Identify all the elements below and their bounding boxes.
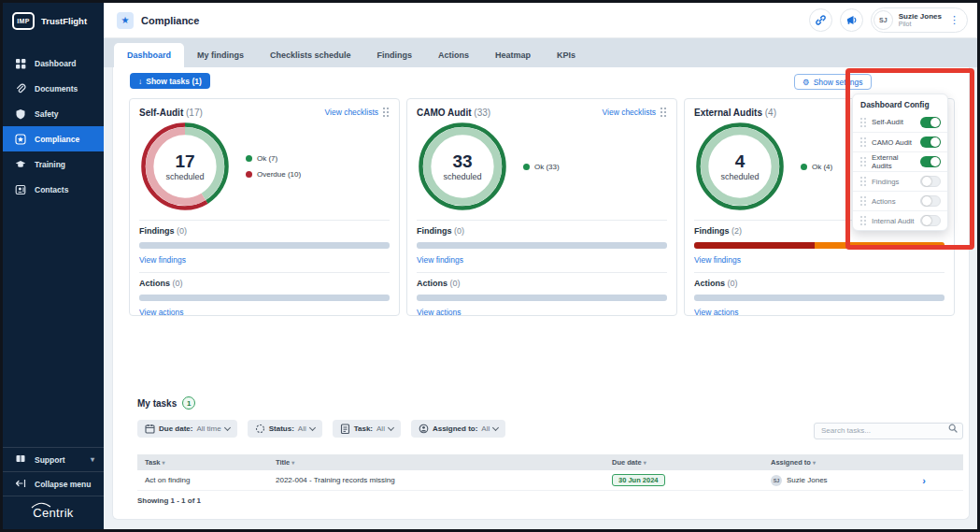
config-row-actions[interactable]: Actions [853, 191, 947, 210]
findings-link[interactable]: View findings [694, 255, 944, 265]
filter-label: Status: [269, 424, 294, 433]
sidebar-item-dashboard[interactable]: Dashboard [3, 50, 104, 76]
config-label: External Audits [872, 153, 916, 170]
drag-handle-icon [859, 137, 867, 148]
donut-value: 17 [175, 152, 194, 170]
legend-item: Ok (7) [246, 154, 301, 163]
scheduled-donut: 17 scheduled [139, 121, 231, 212]
findings-label: Findings (0) [139, 226, 390, 236]
chevron-right-icon[interactable]: › [922, 475, 926, 486]
support-label: Support [35, 455, 65, 465]
link-button[interactable] [809, 8, 832, 32]
sidebar-item-support[interactable]: Support ▾ [3, 447, 104, 471]
donut-label: scheduled [720, 172, 759, 181]
toggle-camo-audit[interactable] [920, 137, 941, 148]
search-input[interactable] [814, 423, 963, 439]
collapse-icon [15, 478, 26, 489]
dashboard-config-title: Dashboard Config [853, 94, 947, 112]
config-row-camo-audit[interactable]: CAMO Audit [853, 132, 947, 151]
show-settings-button[interactable]: ⚙ Show settings [794, 74, 872, 90]
tab-findings[interactable]: Findings [364, 43, 426, 67]
chevron-down-icon [224, 424, 231, 430]
legend-dot [801, 164, 807, 170]
tab-actions[interactable]: Actions [425, 43, 482, 67]
sidebar-item-documents[interactable]: Documents [3, 76, 104, 101]
findings-link[interactable]: View findings [417, 255, 667, 265]
sidebar-nav: Dashboard Documents Safety Compliance Tr… [3, 50, 104, 202]
findings-link[interactable]: View findings [139, 255, 390, 265]
findings-label: Findings (0) [417, 226, 667, 236]
search-box [814, 420, 963, 437]
collapse-menu-button[interactable]: Collapse menu [3, 471, 104, 496]
sidebar-item-compliance[interactable]: Compliance [3, 126, 104, 151]
config-row-self-audit[interactable]: Self-Audit [853, 112, 947, 132]
avatar: SJ [873, 10, 893, 30]
user-name: Suzie Jones [899, 12, 942, 21]
sidebar-item-label: Training [35, 160, 65, 169]
table-row[interactable]: Act on finding 2022-004 - Training recor… [137, 470, 963, 491]
sort-arrow-icon: ▾ [644, 460, 646, 466]
actions-link[interactable]: View actions [139, 308, 390, 317]
tab-kpis[interactable]: KPIs [544, 43, 589, 67]
view-checklists-link[interactable]: View checklists [603, 107, 667, 118]
user-role: Pilot [899, 21, 942, 28]
donut-label: scheduled [165, 172, 204, 181]
toggle-findings[interactable] [920, 176, 941, 187]
legend-dot [246, 171, 252, 178]
card-title: CAMO Audit (33) [417, 108, 490, 118]
my-tasks-title: My tasks 1 [137, 396, 963, 410]
announcements-button[interactable] [840, 8, 863, 32]
config-label: Actions [872, 197, 916, 206]
column-header-due-date[interactable]: Due date▾ [612, 458, 771, 467]
header-actions: SJ Suzie Jones Pilot ⋮ [809, 7, 968, 33]
column-header-assigned-to[interactable]: Assigned to▾ [771, 458, 956, 467]
toggle-actions[interactable] [920, 195, 941, 207]
column-header-title[interactable]: Title▾ [276, 458, 612, 467]
toggle-external-audits[interactable] [920, 156, 941, 167]
kebab-icon[interactable]: ⋮ [949, 14, 959, 26]
audit-card-camo-audit: CAMO Audit (33) View checklists 33 sched… [406, 98, 677, 316]
filter-task-[interactable]: Task: All [333, 420, 401, 438]
config-row-internal-audit[interactable]: Internal Audit [853, 210, 947, 230]
app-background: IMP TrustFlight Dashboard Documents Safe… [3, 3, 977, 529]
actions-section: Actions (0) View actions [694, 273, 944, 317]
star-icon [15, 134, 26, 145]
gear-icon: ⚙ [802, 78, 810, 87]
tab-heatmap[interactable]: Heatmap [482, 43, 544, 67]
actions-link[interactable]: View actions [694, 308, 944, 317]
drag-handle-icon [859, 156, 867, 167]
actions-link[interactable]: View actions [417, 308, 667, 317]
filter-assigned-to-[interactable]: Assigned to: All [411, 420, 505, 438]
tab-dashboard[interactable]: Dashboard [114, 43, 184, 67]
cell-task: Act on finding [145, 476, 276, 484]
findings-progress-bar [694, 242, 944, 249]
filter-due-date-[interactable]: Due date: All time [137, 420, 237, 438]
toggle-internal-audit[interactable] [920, 215, 941, 226]
collapse-label: Collapse menu [35, 480, 91, 489]
tab-my-findings[interactable]: My findings [184, 43, 257, 67]
sidebar-item-training[interactable]: Training [3, 151, 104, 177]
due-date-badge: 30 Jun 2024 [612, 474, 665, 486]
filter-status-[interactable]: Status: All [248, 420, 322, 438]
config-row-external-audits[interactable]: External Audits [853, 151, 947, 171]
audit-card-self-audit: Self-Audit (17) View checklists 17 sched… [129, 98, 400, 316]
legend-item: Ok (4) [801, 163, 832, 171]
user-menu[interactable]: SJ Suzie Jones Pilot ⋮ [871, 7, 968, 33]
filter-label: Due date: [159, 424, 192, 433]
show-tasks-button[interactable]: ↓ Show tasks (1) [130, 73, 210, 89]
config-row-findings[interactable]: Findings [853, 171, 947, 191]
column-header-task[interactable]: Task▾ [145, 458, 276, 467]
sidebar-footer: Support ▾ Collapse menu Centrik [3, 447, 104, 529]
findings-progress-bar [417, 242, 667, 249]
tab-checklists-schedule[interactable]: Checklists schedule [257, 43, 364, 67]
tasks-table: Task▾Title▾Due date▾Assigned to▾ Act on … [137, 454, 963, 505]
support-icon [15, 453, 26, 465]
view-checklists-link[interactable]: View checklists [325, 107, 390, 118]
donut-legend: Ok (33) [523, 163, 560, 171]
status-icon [255, 424, 265, 434]
calendar-icon [145, 424, 155, 434]
sidebar-item-safety[interactable]: Safety [3, 101, 104, 126]
sidebar-item-label: Dashboard [35, 59, 76, 68]
sidebar-item-contacts[interactable]: Contacts [3, 177, 104, 202]
toggle-self-audit[interactable] [920, 117, 941, 128]
